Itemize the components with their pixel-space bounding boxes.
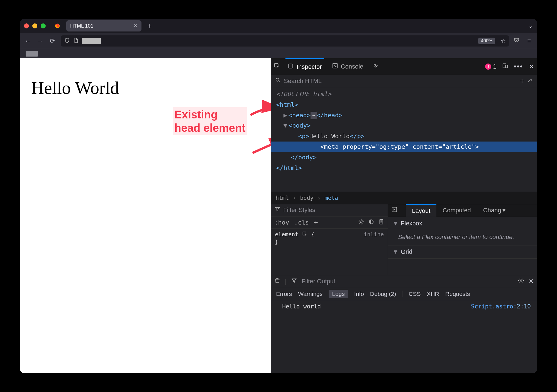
devtools-tab-inspector[interactable]: Inspector <box>285 58 324 75</box>
layout-pane: Layout Computed Chang▾ ▼Flexbox Select a… <box>388 204 537 275</box>
console-icon <box>332 63 338 70</box>
cls-toggle[interactable]: .cls <box>294 219 309 226</box>
layout-tab-computed[interactable]: Computed <box>436 204 477 217</box>
url-bar[interactable]: 400% ☆ <box>61 35 509 47</box>
search-icon <box>275 77 281 85</box>
filter-icon <box>291 277 297 285</box>
dom-tree[interactable]: <!DOCTYPE html> <html> ▶<head>⋯</head> ▼… <box>271 87 537 204</box>
dom-search-bar: Search HTML + <box>271 75 537 87</box>
page-icon <box>73 37 79 45</box>
svg-point-7 <box>360 221 362 223</box>
devtools-tab-console[interactable]: Console <box>330 58 366 75</box>
bookmarks-bar <box>20 49 537 58</box>
eyedropper-icon[interactable] <box>527 77 533 85</box>
dom-body-node[interactable]: ▼<body> <box>276 120 537 131</box>
window-maximize-button[interactable] <box>41 23 46 28</box>
window-close-button[interactable] <box>24 23 29 28</box>
devtools-more-tabs-icon[interactable] <box>372 63 378 70</box>
svg-point-6 <box>276 78 279 81</box>
svg-point-12 <box>520 280 522 281</box>
svg-rect-3 <box>333 63 337 68</box>
pocket-icon[interactable] <box>514 37 520 45</box>
console-close-icon[interactable]: ✕ <box>529 278 534 285</box>
filter-xhr[interactable]: XHR <box>427 291 439 297</box>
traffic-lights <box>24 23 48 28</box>
devtools-menu-icon[interactable]: ••• <box>514 62 523 71</box>
bookmark-star-icon[interactable]: ☆ <box>501 38 506 44</box>
tab-title: HTML 101 <box>70 23 93 29</box>
run-expression-icon[interactable] <box>388 204 406 217</box>
flexbox-hint: Select a Flex container or item to conti… <box>388 230 537 245</box>
error-count[interactable]: ! 1 <box>485 63 496 70</box>
new-tab-button[interactable]: + <box>144 22 154 30</box>
console-log-location[interactable]: Script.astro:2:10 <box>471 303 531 310</box>
hov-toggle[interactable]: :hov <box>274 219 289 226</box>
url-text-masked <box>82 38 101 44</box>
layout-tab-changes[interactable]: Chang▾ <box>477 204 507 217</box>
inspect-icon[interactable] <box>302 232 308 238</box>
inspector-icon <box>288 63 294 71</box>
filter-logs[interactable]: Logs <box>329 290 348 298</box>
devtools-tabbar: Inspector Console ! 1 ••• ✕ <box>271 58 537 75</box>
window-minimize-button[interactable] <box>32 23 37 28</box>
dom-head-node[interactable]: ▶<head>⋯</head> <box>276 110 537 121</box>
filter-debug[interactable]: Debug (2) <box>370 291 396 297</box>
browser-window: HTML 101 ✕ + ⌄ ← → ⟳ 400% ☆ ≡ Hello Worl… <box>20 19 537 373</box>
filter-errors[interactable]: Errors <box>276 291 292 297</box>
error-icon: ! <box>485 64 491 70</box>
tabs-dropdown-icon[interactable]: ⌄ <box>528 23 533 29</box>
styles-pane: Filter Styles :hov .cls + inline <box>271 204 388 275</box>
light-theme-icon[interactable] <box>358 219 364 226</box>
add-node-icon[interactable]: + <box>520 77 524 85</box>
filter-info[interactable]: Info <box>354 291 364 297</box>
titlebar: HTML 101 ✕ + ⌄ <box>20 19 537 33</box>
grid-section-header[interactable]: ▼Grid <box>388 245 537 259</box>
console-panel: | Filter Output ✕ Errors Warnings Logs I… <box>271 275 537 322</box>
dom-search-input[interactable]: Search HTML <box>284 77 322 85</box>
filter-css[interactable]: CSS <box>402 291 421 297</box>
tab-close-icon[interactable]: ✕ <box>133 23 138 29</box>
svg-rect-2 <box>289 64 293 68</box>
clear-console-icon[interactable] <box>274 277 280 285</box>
page-heading: Hello World <box>31 78 260 98</box>
bookmark-item-masked[interactable] <box>26 51 38 57</box>
element-picker-icon[interactable] <box>274 63 280 70</box>
devtools: Inspector Console ! 1 ••• ✕ <box>271 58 537 373</box>
reload-button[interactable]: ⟳ <box>48 37 56 45</box>
responsive-mode-icon[interactable] <box>502 63 508 70</box>
forward-button: → <box>36 37 44 45</box>
print-sim-icon[interactable] <box>378 219 384 226</box>
console-log-row[interactable]: Hello world Script.astro:2:10 <box>271 300 537 313</box>
console-filter-input[interactable]: Filter Output <box>302 278 335 285</box>
filter-icon <box>274 206 280 214</box>
filter-warnings[interactable]: Warnings <box>298 291 323 297</box>
rendered-page: Hello World Existing head element <box>20 58 271 373</box>
dark-theme-icon[interactable] <box>368 219 374 226</box>
shield-icon <box>64 37 70 45</box>
navbar: ← → ⟳ 400% ☆ ≡ <box>20 33 537 49</box>
dom-p-node[interactable]: <p>Hello World</p> <box>276 131 537 142</box>
devtools-close-icon[interactable]: ✕ <box>529 63 534 70</box>
flexbox-section-header[interactable]: ▼Flexbox <box>388 217 537 230</box>
back-button[interactable]: ← <box>24 37 32 45</box>
layout-tab-layout[interactable]: Layout <box>406 204 436 217</box>
browser-tab[interactable]: HTML 101 ✕ <box>66 20 141 31</box>
annotation-existing-head: Existing head element <box>173 107 247 135</box>
dom-selected-meta-node[interactable]: <meta property="og:type" content="articl… <box>271 142 537 152</box>
firefox-icon <box>51 21 63 31</box>
filter-requests[interactable]: Requests <box>445 291 470 297</box>
console-filters: Errors Warnings Logs Info Debug (2) CSS … <box>271 288 537 300</box>
rule-source[interactable]: inline <box>364 231 384 238</box>
dom-breadcrumbs[interactable]: html › body › meta <box>271 192 537 204</box>
app-menu-icon[interactable]: ≡ <box>525 37 533 45</box>
console-settings-icon[interactable] <box>518 277 524 285</box>
styles-filter-input[interactable]: Filter Styles <box>283 206 315 214</box>
add-rule-icon[interactable]: + <box>314 218 318 226</box>
zoom-badge[interactable]: 400% <box>478 38 495 44</box>
